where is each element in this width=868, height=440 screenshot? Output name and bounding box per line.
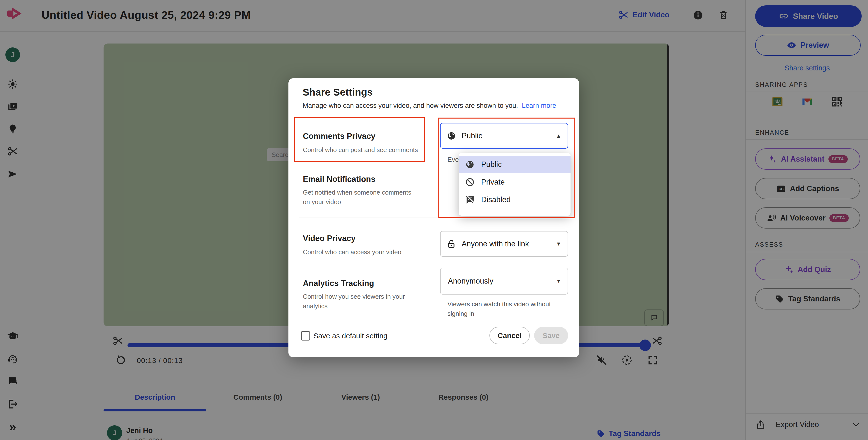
- annotation-box-comments-privacy: [294, 117, 425, 162]
- caret-down-icon: ▼: [556, 278, 561, 284]
- video-privacy-label: Video Privacy: [303, 234, 355, 243]
- save-default-label: Save as default setting: [313, 332, 388, 340]
- analytics-tracking-value: Anonymously: [448, 277, 493, 286]
- lock-open-icon: [446, 239, 456, 249]
- save-default-checkbox[interactable]: [301, 331, 310, 341]
- email-notifications-desc: Get notified when someone comments on yo…: [303, 188, 413, 207]
- analytics-tracking-desc: Control how you see viewers in your anal…: [303, 292, 410, 311]
- video-privacy-value: Anyone with the link: [462, 239, 529, 248]
- annotation-box-privacy-dropdown: [438, 118, 575, 218]
- learn-more-link[interactable]: Learn more: [522, 102, 556, 109]
- email-notifications-label: Email Notifications: [303, 175, 375, 184]
- video-privacy-select[interactable]: Anyone with the link ▼: [440, 231, 568, 257]
- analytics-tracking-select[interactable]: Anonymously ▼: [440, 268, 568, 295]
- video-privacy-desc: Control who can access your video: [303, 247, 401, 257]
- analytics-tracking-label: Analytics Tracking: [303, 278, 374, 288]
- save-button[interactable]: Save: [534, 327, 568, 344]
- caret-down-icon: ▼: [556, 241, 561, 247]
- analytics-helper-text: Viewers can watch this video without sig…: [447, 299, 560, 319]
- modal-title: Share Settings: [303, 87, 373, 98]
- modal-subtitle-text: Manage who can access your video, and ho…: [303, 102, 518, 109]
- app-root: J » Untitled Video Augus: [0, 0, 868, 440]
- cancel-button[interactable]: Cancel: [490, 327, 530, 344]
- modal-subtitle: Manage who can access your video, and ho…: [303, 102, 556, 110]
